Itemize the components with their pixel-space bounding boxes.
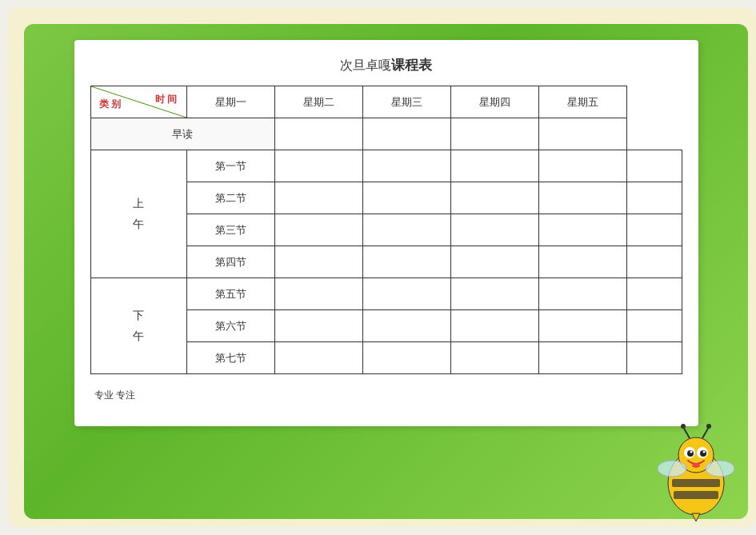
- morning-read-row: 早读: [90, 118, 682, 150]
- empty-cell: [538, 246, 626, 278]
- title-prefix: 次旦卓嘎: [340, 58, 391, 72]
- empty-cell: [538, 150, 626, 182]
- period-1-label: 第一节: [186, 150, 274, 182]
- period-6-label: 第六节: [186, 310, 274, 342]
- afternoon-category: 下 午: [90, 278, 186, 374]
- svg-point-19: [706, 461, 734, 477]
- day-header-tue: 星期二: [274, 86, 362, 118]
- svg-point-11: [690, 451, 693, 453]
- empty-cell: [538, 278, 626, 310]
- empty-cell: [626, 150, 682, 182]
- period-5-label: 第五节: [186, 278, 274, 310]
- empty-cell: [274, 150, 362, 182]
- bee-decoration: [648, 411, 744, 515]
- empty-cell: [274, 182, 362, 214]
- period-1-row: 上 午 第一节: [90, 150, 682, 182]
- empty-cell: [362, 278, 450, 310]
- empty-cell: [626, 214, 682, 246]
- empty-cell: [274, 278, 362, 310]
- empty-cell: [450, 150, 538, 182]
- svg-marker-20: [692, 513, 700, 521]
- period-2-label: 第二节: [186, 182, 274, 214]
- period-5-row: 下 午 第五节: [90, 278, 682, 310]
- empty-cell: [450, 214, 538, 246]
- empty-cell: [362, 150, 450, 182]
- empty-cell: [450, 342, 538, 374]
- period-4-label: 第四节: [186, 246, 274, 278]
- empty-cell: [450, 278, 538, 310]
- schedule-table: 时 间 类 别 星期一 星期二 星期三 星期四 星期五 早读: [90, 86, 682, 374]
- empty-cell: [538, 342, 626, 374]
- empty-cell: [626, 182, 682, 214]
- outer-background: 次旦卓嘎课程表 时 间 类 别 星期一 星期二 星期: [0, 0, 756, 535]
- empty-cell: [362, 246, 450, 278]
- empty-cell: [450, 310, 538, 342]
- svg-line-16: [702, 427, 709, 438]
- period-7-label: 第七节: [186, 342, 274, 374]
- empty-cell: [362, 118, 450, 150]
- title-suffix: 课程表: [391, 58, 432, 73]
- empty-cell: [450, 118, 538, 150]
- empty-cell: [274, 214, 362, 246]
- day-header-mon: 星期一: [186, 86, 274, 118]
- empty-cell: [538, 118, 626, 150]
- green-panel: 次旦卓嘎课程表 时 间 类 别 星期一 星期二 星期: [24, 24, 748, 519]
- class-label: 类 别: [99, 98, 121, 111]
- svg-point-15: [681, 424, 686, 429]
- empty-cell: [538, 214, 626, 246]
- svg-point-13: [692, 463, 700, 468]
- empty-cell: [274, 342, 362, 374]
- empty-cell: [626, 278, 682, 310]
- empty-cell: [362, 182, 450, 214]
- svg-line-14: [683, 427, 690, 438]
- empty-cell: [450, 246, 538, 278]
- empty-cell: [362, 214, 450, 246]
- empty-cell: [626, 310, 682, 342]
- morning-read-cell: 早读: [90, 118, 274, 150]
- empty-cell: [538, 182, 626, 214]
- day-header-wed: 星期三: [362, 86, 450, 118]
- empty-cell: [450, 182, 538, 214]
- day-header-fri: 星期五: [538, 86, 626, 118]
- empty-cell: [626, 246, 682, 278]
- period-3-label: 第三节: [186, 214, 274, 246]
- page-title: 次旦卓嘎课程表: [90, 56, 682, 74]
- empty-cell: [362, 342, 450, 374]
- footer-text: 专业 专注: [90, 389, 682, 402]
- empty-cell: [274, 246, 362, 278]
- white-paper: 次旦卓嘎课程表 时 间 类 别 星期一 星期二 星期: [74, 40, 698, 426]
- svg-rect-3: [672, 479, 720, 487]
- diagonal-header-cell: 时 间 类 别: [90, 86, 186, 118]
- morning-category: 上 午: [90, 150, 186, 278]
- empty-cell: [274, 310, 362, 342]
- svg-point-17: [706, 424, 711, 429]
- empty-cell: [626, 342, 682, 374]
- svg-point-18: [658, 461, 686, 477]
- empty-cell: [274, 118, 362, 150]
- svg-rect-4: [674, 491, 718, 499]
- time-label: 时 间: [155, 93, 177, 106]
- empty-cell: [362, 310, 450, 342]
- day-header-thu: 星期四: [450, 86, 538, 118]
- empty-cell: [538, 310, 626, 342]
- svg-point-12: [703, 451, 706, 453]
